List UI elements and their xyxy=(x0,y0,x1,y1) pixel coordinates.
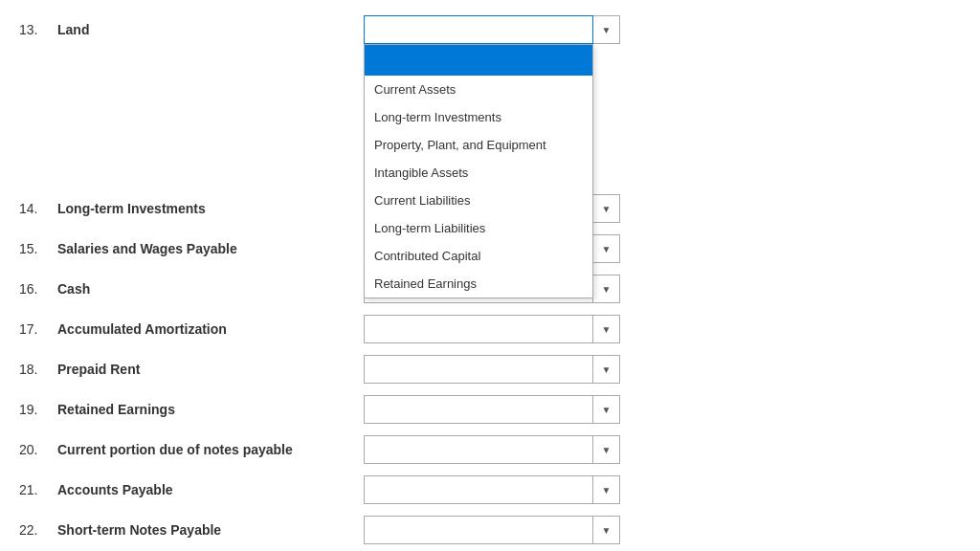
dropdown-option-ppe[interactable]: Property, Plant, and Equipment xyxy=(365,131,592,159)
dropdown-arrow-18[interactable]: ▼ xyxy=(593,355,620,384)
row-label-18: Prepaid Rent xyxy=(57,362,364,377)
row-label-17: Accumulated Amortization xyxy=(57,321,364,337)
dropdown-select-22[interactable] xyxy=(364,516,593,544)
dropdown-option-blank[interactable] xyxy=(365,45,592,76)
row-13: 13. Land Current Assets Long-term Invest… xyxy=(19,10,961,50)
dropdown-option-current-assets[interactable]: Current Assets xyxy=(365,76,592,103)
row-17: 17. Accumulated Amortization ▼ xyxy=(19,309,961,349)
row-number-20: 20. xyxy=(19,442,57,457)
row-number-18: 18. xyxy=(19,362,57,377)
dropdown-arrow-15[interactable]: ▼ xyxy=(593,234,620,263)
dropdown-wrapper-21: ▼ xyxy=(364,475,620,504)
dropdown-select-20[interactable] xyxy=(364,435,593,464)
dropdown-wrapper-13: Current Assets Long-term Investments Pro… xyxy=(364,15,620,44)
dropdown-input-13[interactable] xyxy=(364,15,593,44)
dropdown-select-21[interactable] xyxy=(364,475,593,504)
dropdown-wrapper-20: ▼ xyxy=(364,435,620,464)
row-number-16: 16. xyxy=(19,281,57,297)
dropdown-menu-13: Current Assets Long-term Investments Pro… xyxy=(364,44,593,298)
row-number-14: 14. xyxy=(19,201,57,216)
row-21: 21. Accounts Payable ▼ xyxy=(19,470,961,510)
dropdown-option-retained[interactable]: Retained Earnings xyxy=(365,270,592,298)
row-19: 19. Retained Earnings ▼ xyxy=(19,389,961,430)
row-22: 22. Short-term Notes Payable ▼ xyxy=(19,510,961,550)
row-20: 20. Current portion due of notes payable… xyxy=(19,430,961,470)
row-label-21: Accounts Payable xyxy=(57,482,364,497)
dropdown-arrow-19[interactable]: ▼ xyxy=(593,395,620,424)
dropdown-arrow-20[interactable]: ▼ xyxy=(593,435,620,464)
dropdown-option-longterm-investments[interactable]: Long-term Investments xyxy=(365,103,592,131)
dropdown-arrow-13[interactable]: ▼ xyxy=(593,15,620,44)
dropdown-select-19[interactable] xyxy=(364,395,593,424)
row-number-17: 17. xyxy=(19,321,57,337)
row-label-15: Salaries and Wages Payable xyxy=(57,241,364,256)
row-number-15: 15. xyxy=(19,241,57,256)
row-label-20: Current portion due of notes payable xyxy=(57,442,364,457)
dropdown-option-contributed[interactable]: Contributed Capital xyxy=(365,242,592,270)
row-label-16: Cash xyxy=(57,281,364,297)
dropdown-option-longterm-liabilities[interactable]: Long-term Liabilities xyxy=(365,214,592,242)
row-label-19: Retained Earnings xyxy=(57,402,364,417)
row-number-21: 21. xyxy=(19,482,57,497)
dropdown-arrow-14[interactable]: ▼ xyxy=(593,194,620,223)
row-label-22: Short-term Notes Payable xyxy=(57,522,364,538)
dropdown-wrapper-22: ▼ xyxy=(364,516,620,544)
dropdown-arrow-22[interactable]: ▼ xyxy=(593,516,620,544)
dropdown-select-18[interactable] xyxy=(364,355,593,384)
row-18: 18. Prepaid Rent ▼ xyxy=(19,349,961,389)
dropdown-wrapper-18: ▼ xyxy=(364,355,620,384)
row-label-13: Land xyxy=(57,22,364,37)
row-number-19: 19. xyxy=(19,402,57,417)
dropdown-option-intangible[interactable]: Intangible Assets xyxy=(365,159,592,187)
dropdown-arrow-17[interactable]: ▼ xyxy=(593,315,620,343)
dropdown-arrow-21[interactable]: ▼ xyxy=(593,475,620,504)
dropdown-arrow-16[interactable]: ▼ xyxy=(593,275,620,303)
dropdown-option-current-liabilities[interactable]: Current Liabilities xyxy=(365,187,592,214)
dropdown-wrapper-19: ▼ xyxy=(364,395,620,424)
row-number-13: 13. xyxy=(19,22,57,37)
row-number-22: 22. xyxy=(19,522,57,538)
dropdown-open-13: Current Assets Long-term Investments Pro… xyxy=(364,15,593,44)
dropdown-wrapper-17: ▼ xyxy=(364,315,620,343)
dropdown-select-17[interactable] xyxy=(364,315,593,343)
row-label-14: Long-term Investments xyxy=(57,201,364,216)
